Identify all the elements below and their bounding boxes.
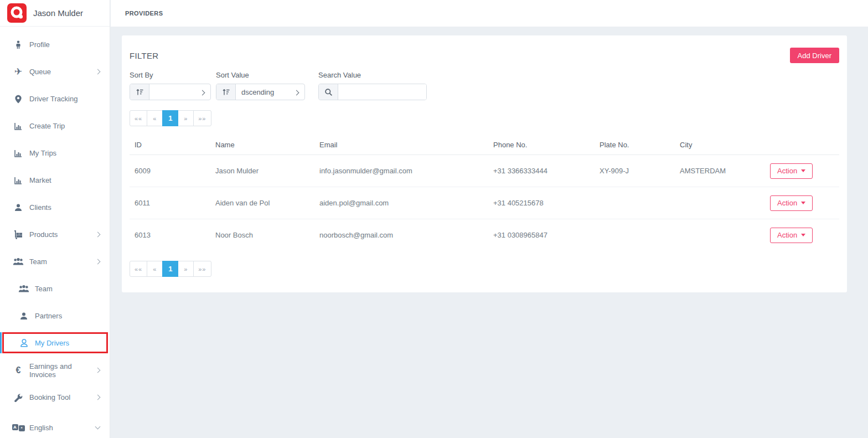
- active-indicator-bar: [0, 332, 2, 353]
- caret-down-icon: [801, 169, 805, 172]
- q-logo-icon: [7, 3, 27, 23]
- sidebar-item-booking-tool[interactable]: Booking Tool: [0, 384, 110, 411]
- pagination-first-button[interactable]: ««: [130, 261, 147, 277]
- sidebar-item-my-drivers[interactable]: My Drivers: [0, 329, 110, 357]
- sidebar-item-label: Booking Tool: [29, 393, 70, 401]
- table-row: 6011 Aiden van de Pol aiden.pol@gmail.co…: [130, 187, 839, 219]
- bar-chart-icon: [12, 122, 24, 131]
- pagination-next-button[interactable]: »: [178, 261, 194, 277]
- action-button[interactable]: Action: [770, 163, 813, 179]
- sort-icon: [216, 84, 236, 100]
- cell-plate: XY-909-J: [595, 155, 675, 187]
- brand: Jason Mulder: [0, 0, 110, 27]
- chevron-right-icon: [95, 259, 101, 265]
- cell-name: Noor Bosch: [210, 219, 314, 251]
- chevron-down-icon: [95, 424, 101, 430]
- pagination-first-button[interactable]: ««: [130, 110, 147, 126]
- pagination-prev-button[interactable]: «: [147, 110, 163, 126]
- chevron-down-icon: [294, 90, 299, 96]
- cell-phone: +31 405215678: [488, 187, 595, 219]
- pagination-top: «« « 1 » »»: [130, 110, 211, 126]
- drivers-table: ID Name Email Phone No. Plate No. City 6…: [130, 135, 839, 251]
- cell-city: [675, 219, 765, 251]
- pagination-bottom: «« « 1 » »»: [130, 261, 211, 277]
- cell-city: [675, 187, 765, 219]
- cell-email: noorbosch@gmail.com: [314, 219, 488, 251]
- sort-value-select[interactable]: dscending: [236, 84, 304, 100]
- cell-id: 6011: [130, 187, 210, 219]
- cell-name: Aiden van de Pol: [210, 187, 314, 219]
- map-pin-icon: [12, 95, 24, 104]
- caret-down-icon: [801, 202, 805, 204]
- column-header-id: ID: [130, 135, 210, 155]
- sort-by-label: Sort By: [130, 71, 211, 79]
- language-selector[interactable]: A* English: [0, 414, 110, 438]
- cell-plate: [595, 187, 675, 219]
- column-header-actions: [765, 135, 839, 155]
- add-driver-button[interactable]: Add Driver: [790, 48, 839, 63]
- chevron-right-icon: [95, 69, 101, 75]
- sidebar-item-team-sub[interactable]: Team: [0, 275, 110, 302]
- sidebar-item-label: Earnings and Invoices: [29, 362, 96, 379]
- column-header-city: City: [675, 135, 765, 155]
- chevron-right-icon: [95, 232, 101, 238]
- pagination-prev-button[interactable]: «: [147, 261, 163, 277]
- sidebar-item-label: Queue: [29, 68, 51, 76]
- sidebar-item-my-trips[interactable]: My Trips: [0, 140, 110, 167]
- language-label: English: [29, 424, 53, 432]
- chevron-down-icon: [200, 90, 205, 96]
- sidebar: Jason Mulder Profile ✈ Queue Driver Trac…: [0, 0, 110, 438]
- table-row: 6013 Noor Bosch noorbosch@gmail.com +31 …: [130, 219, 839, 251]
- cell-plate: [595, 219, 675, 251]
- action-button[interactable]: Action: [770, 228, 813, 243]
- sidebar-item-label: Driver Tracking: [29, 95, 78, 103]
- cart-icon: [12, 230, 24, 239]
- translate-icon: A*: [12, 424, 24, 431]
- cell-city: AMSTERDAM: [675, 155, 765, 187]
- column-header-plate: Plate No.: [595, 135, 675, 155]
- main-content: FILTER Add Driver Sort By Sort Value: [111, 27, 868, 438]
- table-header-row: ID Name Email Phone No. Plate No. City: [130, 135, 839, 155]
- sidebar-item-driver-tracking[interactable]: Driver Tracking: [0, 85, 110, 112]
- search-value-label: Search Value: [318, 71, 427, 79]
- sidebar-item-products[interactable]: Products: [0, 221, 110, 248]
- cell-id: 6009: [130, 155, 210, 187]
- column-header-name: Name: [210, 135, 314, 155]
- bar-chart-icon: [12, 176, 24, 185]
- cell-phone: +31 0308965847: [488, 219, 595, 251]
- sidebar-item-market[interactable]: Market: [0, 167, 110, 194]
- sidebar-item-earnings-invoices[interactable]: € Earnings and Invoices: [0, 357, 110, 384]
- team-icon: [18, 285, 30, 293]
- filter-title: FILTER: [130, 51, 158, 60]
- plane-icon: ✈: [12, 67, 24, 76]
- search-icon: [319, 84, 338, 100]
- action-button[interactable]: Action: [770, 195, 813, 211]
- sidebar-item-label: Create Trip: [29, 122, 65, 130]
- sidebar-item-label: Clients: [29, 203, 51, 212]
- pagination-page-1-button[interactable]: 1: [162, 110, 178, 126]
- column-header-phone: Phone No.: [488, 135, 595, 155]
- sidebar-item-partners[interactable]: Partners: [0, 302, 110, 329]
- pagination-last-button[interactable]: »»: [193, 110, 211, 126]
- caret-down-icon: [801, 234, 805, 236]
- sidebar-item-create-trip[interactable]: Create Trip: [0, 112, 110, 140]
- cell-email: info.jasonmulder@gmail.com: [314, 155, 488, 187]
- sidebar-item-profile[interactable]: Profile: [0, 31, 110, 58]
- sidebar-item-label: My Drivers: [35, 339, 69, 347]
- search-input[interactable]: [338, 84, 427, 100]
- sidebar-item-label: Team: [35, 285, 53, 293]
- sidebar-item-queue[interactable]: ✈ Queue: [0, 58, 110, 85]
- topbar: PROVIDERS: [111, 0, 868, 27]
- sidebar-item-label: Partners: [35, 312, 62, 320]
- table-row: 6009 Jason Mulder info.jasonmulder@gmail…: [130, 155, 839, 187]
- pagination-next-button[interactable]: »: [178, 110, 194, 126]
- pagination-page-1-button[interactable]: 1: [162, 261, 178, 277]
- sidebar-item-team[interactable]: Team: [0, 248, 110, 275]
- pagination-last-button[interactable]: »»: [193, 261, 211, 277]
- user-icon: [18, 312, 30, 321]
- cell-name: Jason Mulder: [210, 155, 314, 187]
- sidebar-item-label: Products: [29, 230, 58, 239]
- sort-by-select[interactable]: [149, 84, 210, 100]
- sidebar-item-clients[interactable]: Clients: [0, 194, 110, 221]
- page-title: PROVIDERS: [125, 10, 163, 17]
